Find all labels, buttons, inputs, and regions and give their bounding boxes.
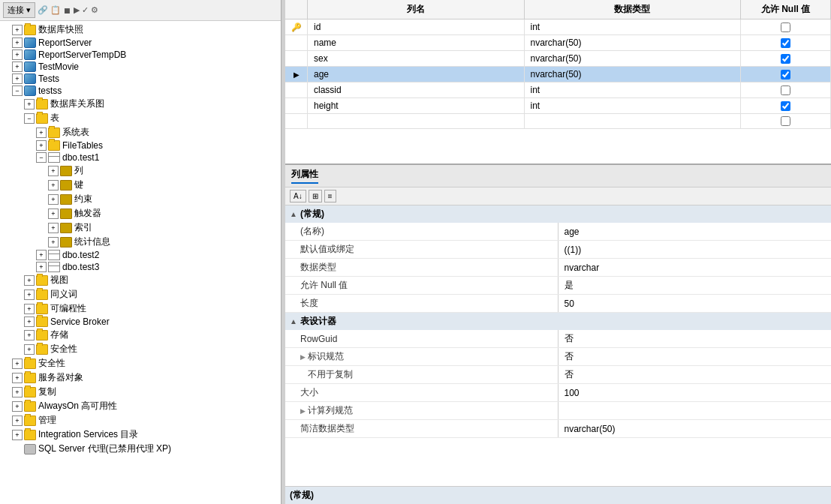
toggle-dbotest2[interactable] <box>36 250 47 260</box>
tree-node-biao[interactable]: 表 <box>0 111 281 125</box>
toggle-fuzhi[interactable] <box>12 387 23 398</box>
toggle-fuwuqiduixiang[interactable] <box>12 373 23 383</box>
connect-button[interactable]: 连接 ▾ <box>3 2 35 18</box>
tree-node-sqlagent[interactable]: SQL Server 代理(已禁用代理 XP) <box>0 442 281 456</box>
folder-icon-chufa <box>60 208 72 219</box>
prop-tab-label[interactable]: 列属性 <box>291 168 318 184</box>
toggle-anquanxing1[interactable] <box>12 358 23 369</box>
toggle-integration[interactable] <box>12 430 23 440</box>
tree-node-dbotest3[interactable]: dbo.test3 <box>0 261 281 273</box>
tree-node-anquanxing2[interactable]: 安全性 <box>0 342 281 356</box>
tree-node-dbotest2[interactable]: dbo.test2 <box>0 249 281 261</box>
td-nullable <box>741 20 831 34</box>
toggle-dbotest1[interactable] <box>36 152 47 163</box>
toggle-guanli[interactable] <box>12 416 23 426</box>
tree-node-shitu[interactable]: 视图 <box>0 273 281 287</box>
db-icon-reportservertempdb <box>24 50 36 60</box>
tree-node-filetables[interactable]: FileTables <box>0 140 281 152</box>
toggle-testmovie[interactable] <box>12 62 23 72</box>
tree-node-tongjixinxi[interactable]: 统计信息 <box>0 235 281 249</box>
prop-sort-az-button[interactable]: A↓ <box>290 190 306 202</box>
tree-node-tests[interactable]: Tests <box>0 73 281 85</box>
nullable-checkbox[interactable] <box>781 101 790 111</box>
toggle-filetables[interactable] <box>36 140 47 151</box>
node-label-fuwuqiduixiang: 服务器对象 <box>38 371 83 384</box>
tree-node-reportservertempdb[interactable]: ReportServerTempDB <box>0 49 281 61</box>
table-row[interactable]: sex nvarchar(50) <box>285 51 831 67</box>
toggle-jian[interactable] <box>48 180 59 190</box>
table-row[interactable]: height int <box>285 98 831 114</box>
toggle-xitongbiao[interactable] <box>36 128 47 138</box>
prop-expand-button[interactable]: ≡ <box>324 190 336 202</box>
tree-node-cunchu[interactable]: 存储 <box>0 328 281 342</box>
node-label-dbotest1: dbo.test1 <box>62 152 99 163</box>
tree-node-reportserver[interactable]: ReportServer <box>0 37 281 49</box>
table-row-empty[interactable] <box>285 114 831 129</box>
nullable-checkbox[interactable] <box>781 54 790 64</box>
toggle-anquanxing2[interactable] <box>24 344 35 355</box>
tree-node-jian[interactable]: 键 <box>0 178 281 192</box>
node-label-fuzhi: 复制 <box>38 386 56 398</box>
nullable-checkbox[interactable] <box>781 116 790 126</box>
tree-node-tongyici[interactable]: 同义词 <box>0 287 281 302</box>
toggle-kebianxing[interactable] <box>24 304 35 314</box>
td-arrow: ▶ <box>285 67 308 82</box>
tree-node-alwayson[interactable]: AlwaysOn 高可用性 <box>0 399 281 413</box>
nullable-checkbox[interactable] <box>781 70 790 80</box>
bottom-section-header: (常规) <box>285 486 831 504</box>
toggle-reportserver[interactable] <box>12 38 23 48</box>
prop-category-button[interactable]: ⊞ <box>309 190 322 202</box>
toggle-tongyici[interactable] <box>24 290 35 300</box>
tree-node-anquanxing1[interactable]: 安全性 <box>0 356 281 370</box>
tree-node-fuzhi[interactable]: 复制 <box>0 385 281 399</box>
tree-node-integration[interactable]: Integration Services 目录 <box>0 428 281 442</box>
td-datatype: nvarchar(50) <box>525 35 742 50</box>
toggle-testss[interactable] <box>12 86 23 96</box>
tree-node-dbotest1[interactable]: dbo.test1 <box>0 152 281 164</box>
toggle-shujukuguanxitu[interactable] <box>24 99 35 110</box>
toggle-lie[interactable] <box>48 166 59 176</box>
toggle-chufa[interactable] <box>48 208 59 219</box>
tree-node-shujukuguanxitu[interactable]: 数据库关系图 <box>0 97 281 111</box>
toggle-cunchu[interactable] <box>24 330 35 340</box>
toggle-kuaijiao[interactable] <box>12 25 23 35</box>
tree-node-kuaijiao[interactable]: 数据库快照 <box>0 22 281 37</box>
toggle-yueshu[interactable] <box>48 194 59 205</box>
node-label-jian: 键 <box>74 178 83 191</box>
th-nullable: 允许 Null 值 <box>741 0 831 19</box>
tree-node-testss[interactable]: testss <box>0 85 281 97</box>
toggle-reportservertempdb[interactable] <box>12 50 23 60</box>
tree-node-lie[interactable]: 列 <box>0 164 281 178</box>
td-colname: age <box>308 67 525 82</box>
toggle-dbotest3[interactable] <box>36 262 47 272</box>
tree-node-xitongbiao[interactable]: 系统表 <box>0 125 281 140</box>
nullable-checkbox[interactable] <box>781 38 790 48</box>
nullable-checkbox[interactable] <box>781 22 790 32</box>
folder-icon-jian <box>60 180 72 190</box>
nullable-checkbox[interactable] <box>781 86 790 95</box>
table-row[interactable]: classid int <box>285 82 831 98</box>
toggle-suoyin[interactable] <box>48 223 59 233</box>
node-label-suoyin: 索引 <box>74 221 92 234</box>
tree-node-chufa[interactable]: 触发器 <box>0 206 281 220</box>
prop-section-designer[interactable]: ▲ 表设计器 <box>285 313 831 330</box>
tree-node-guanli[interactable]: 管理 <box>0 413 281 428</box>
tree-node-servicebroker[interactable]: Service Broker <box>0 316 281 328</box>
prop-section-general[interactable]: ▲ (常规) <box>285 206 831 223</box>
toggle-tests[interactable] <box>12 74 23 84</box>
tree-node-testmovie[interactable]: TestMovie <box>0 61 281 73</box>
tree-node-kebianxing[interactable]: 可编程性 <box>0 302 281 316</box>
toggle-alwayson[interactable] <box>12 401 23 412</box>
tree-node-suoyin[interactable]: 索引 <box>0 220 281 235</box>
table-row[interactable]: 🔑 id int <box>285 20 831 35</box>
toggle-shitu[interactable] <box>24 275 35 286</box>
tree-node-fuwuqiduixiang[interactable]: 服务器对象 <box>0 370 281 385</box>
section-toggle-general: ▲ <box>290 210 297 218</box>
toggle-tongjixinxi[interactable] <box>48 237 59 248</box>
toggle-servicebroker[interactable] <box>24 316 35 327</box>
tree-node-yueshu[interactable]: 约束 <box>0 192 281 206</box>
table-row-selected[interactable]: ▶ age nvarchar(50) <box>285 67 831 82</box>
col-properties: 列属性 A↓ ⊞ ≡ ▲ (常规) (名称) age 默认值或绑定 ((1)) … <box>285 165 831 504</box>
toggle-biao[interactable] <box>24 113 35 124</box>
table-row[interactable]: name nvarchar(50) <box>285 35 831 51</box>
